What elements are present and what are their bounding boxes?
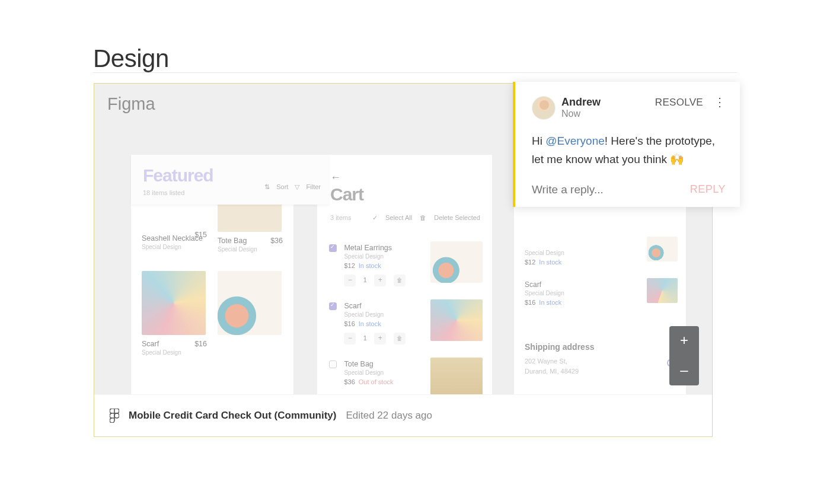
qty-minus-button[interactable]: − xyxy=(344,275,356,286)
reply-button[interactable]: REPLY xyxy=(690,183,726,196)
file-name[interactable]: Mobile Credit Card Check Out (Community) xyxy=(129,410,336,422)
comment-popup: Andrew Now RESOLVE ⋮ Hi @Everyone! Here'… xyxy=(513,82,740,207)
summary-earrings: Special Design $12In stock xyxy=(525,248,678,267)
cart-item-price: $12 xyxy=(344,262,355,269)
summary-thumb xyxy=(647,237,678,261)
cart-item-sub: Special Design xyxy=(344,369,393,376)
sort-filter-row: ⇅ Sort ▽ Filter xyxy=(260,183,321,191)
featured-title: Featured xyxy=(143,165,317,186)
qty-plus-button[interactable]: + xyxy=(374,275,386,286)
cart-item-thumb xyxy=(430,299,483,341)
shipping-address: 202 Wayne St, Durand, MI, 48429 xyxy=(525,356,678,376)
shipping-title: Shipping address xyxy=(525,342,678,352)
artboard-cart: ← Cart 3 items ✓ Select All 🗑 Delete Sel… xyxy=(317,155,492,395)
qty-value: 1 xyxy=(359,276,372,283)
summary-stock: In stock xyxy=(539,259,561,266)
cart-item-price: $16 xyxy=(344,320,355,327)
mention[interactable]: @Everyone xyxy=(545,135,605,147)
product-image xyxy=(142,271,206,335)
cart-item-name: Scarf xyxy=(344,302,405,310)
product-seashell[interactable]: Seashell Necklace Special Design $15 xyxy=(142,231,207,250)
cart-item-sub: Special Design xyxy=(344,253,405,260)
file-info-bar: Mobile Credit Card Check Out (Community)… xyxy=(94,394,712,436)
cart-actions: ✓ Select All 🗑 Delete Selected xyxy=(366,214,480,222)
figma-logo-icon xyxy=(110,409,119,423)
avatar[interactable] xyxy=(532,96,556,120)
qty-value: 1 xyxy=(359,334,372,342)
summary-stock: In stock xyxy=(539,299,561,306)
summary-price: $16 xyxy=(525,299,535,306)
shipping-address-block: Shipping address 202 Wayne St, Durand, M… xyxy=(525,342,678,376)
cart-line-earrings: Metal Earrings Special Design $12In stoc… xyxy=(329,244,483,286)
cart-item-name: Metal Earrings xyxy=(344,244,405,252)
app-label: Figma xyxy=(107,94,155,114)
cart-item-thumb xyxy=(430,358,483,395)
product-scarf[interactable]: Scarf Special Design $16 xyxy=(142,271,207,356)
delete-selected-button[interactable]: 🗑 Delete Selected xyxy=(420,214,480,221)
file-edited-meta: Edited 22 days ago xyxy=(346,410,432,422)
checkbox-icon[interactable] xyxy=(329,302,337,310)
comment-header: Andrew Now RESOLVE ⋮ xyxy=(532,96,726,120)
zoom-in-button[interactable]: + xyxy=(669,326,699,356)
summary-scarf: Scarf Special Design $16In stock xyxy=(525,280,678,307)
comment-body: Hi @Everyone! Here's the prototype, let … xyxy=(532,132,726,169)
cart-item-sub: Special Design xyxy=(344,311,405,318)
back-arrow-icon[interactable]: ← xyxy=(330,171,341,184)
comment-time: Now xyxy=(561,109,601,119)
product-sub: Special Design xyxy=(218,246,283,253)
svg-point-0 xyxy=(114,413,119,418)
product-price: $16 xyxy=(194,340,207,348)
cart-title: Cart xyxy=(330,184,363,205)
divider xyxy=(93,72,737,73)
qty-plus-button[interactable]: + xyxy=(374,333,386,344)
artboard-featured: Featured 18 items listed ⇅ Sort ▽ Filter… xyxy=(131,155,293,395)
product-sub: Special Design xyxy=(142,244,207,250)
product-sub: Special Design xyxy=(142,349,207,356)
cart-item-name: Tote Bag xyxy=(344,360,393,368)
more-options-icon[interactable]: ⋮ xyxy=(714,96,726,109)
filter-button[interactable]: ▽ Filter xyxy=(295,183,321,190)
qty-minus-button[interactable]: − xyxy=(344,333,356,344)
product-earrings-tile[interactable] xyxy=(218,271,283,335)
summary-thumb xyxy=(647,278,678,303)
trash-icon[interactable]: 🗑 xyxy=(394,333,406,344)
sort-button[interactable]: ⇅ Sort xyxy=(264,183,288,190)
cart-item-stock: Out of stock xyxy=(359,378,394,385)
summary-price: $12 xyxy=(525,259,535,266)
product-image xyxy=(218,271,282,335)
cart-item-stock: In stock xyxy=(359,320,381,327)
resolve-button[interactable]: RESOLVE xyxy=(655,97,703,109)
zoom-out-button[interactable]: – xyxy=(669,356,699,385)
reply-input[interactable] xyxy=(532,183,690,196)
cart-item-thumb xyxy=(430,241,483,283)
checkbox-icon[interactable] xyxy=(329,361,337,368)
zoom-controls: + – xyxy=(669,326,699,385)
checkbox-icon[interactable] xyxy=(329,244,337,252)
select-all-button[interactable]: ✓ Select All xyxy=(372,214,412,221)
product-price: $15 xyxy=(194,231,207,239)
trash-icon[interactable]: 🗑 xyxy=(394,275,406,286)
cart-line-tote: Tote Bag Special Design $36Out of stock xyxy=(329,360,483,387)
cart-item-stock: In stock xyxy=(359,262,381,269)
reply-row: REPLY xyxy=(532,183,726,196)
cart-count: 3 items xyxy=(330,214,351,221)
product-price: $36 xyxy=(270,237,283,245)
page-title: Design xyxy=(93,44,169,73)
cart-item-price: $36 xyxy=(344,378,355,385)
cart-line-scarf: Scarf Special Design $16In stock − 1 + 🗑 xyxy=(329,302,483,344)
featured-header: Featured 18 items listed ⇅ Sort ▽ Filter xyxy=(131,155,329,205)
comment-author: Andrew xyxy=(561,96,601,109)
